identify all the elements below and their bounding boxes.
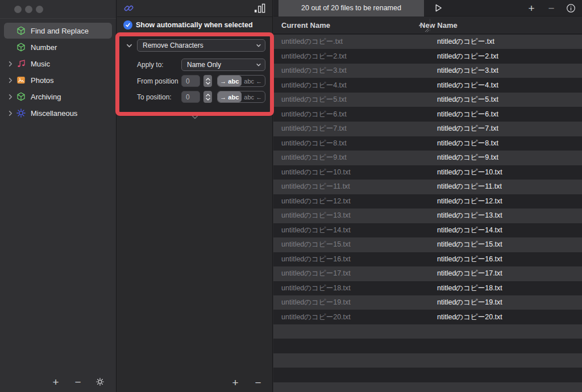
run-rename-play-button[interactable]	[433, 3, 443, 13]
to-position-label: To position:	[137, 93, 181, 101]
sidebar-item-archiving[interactable]: Archiving	[4, 89, 112, 105]
table-row[interactable]: untitledのコピー10.txt ntitledのコピー10.txt	[273, 165, 582, 180]
chevron-right-icon[interactable]	[6, 78, 14, 83]
new-name-cell: ntitledのコピー7.txt	[429, 124, 498, 134]
table-row[interactable]: untitledのコピー14.txt ntitledのコピー14.txt	[273, 223, 582, 238]
direction-forward-segment[interactable]: → abc	[218, 76, 242, 86]
table-row[interactable]: untitledのコピー12.txt ntitledのコピー12.txt	[273, 194, 582, 209]
current-name-cell: untitledのコピー6.txt	[273, 110, 429, 119]
show-automatically-checkbox[interactable]	[123, 20, 132, 30]
zoom-button[interactable]	[36, 6, 43, 13]
sidebar-item-photos[interactable]: Photos	[4, 72, 112, 88]
from-position-input[interactable]	[181, 75, 200, 87]
new-name-cell: ntitledのコピー9.txt	[429, 153, 498, 162]
apply-to-select[interactable]: Name Only	[181, 59, 265, 71]
table-row[interactable]: untitledのコピー2.txt ntitledのコピー2.txt	[273, 49, 582, 64]
rename-preview-panel: 20 out of 20 files to be renamed + − Cur…	[273, 0, 582, 392]
table-row[interactable]: untitledのコピー15.txt ntitledのコピー15.txt	[273, 237, 582, 252]
table-row[interactable]: untitledのコピー20.txt ntitledのコピー20.txt	[273, 310, 582, 325]
statistics-chart-icon[interactable]	[254, 3, 265, 13]
status-badge: 20 out of 20 files to be renamed	[278, 0, 424, 16]
new-name-cell: ntitledのコピー12.txt	[429, 197, 502, 206]
from-position-stepper[interactable]	[203, 75, 212, 87]
current-name-cell: untitledのコピー14.txt	[273, 226, 429, 235]
column-divider[interactable]	[430, 19, 430, 31]
from-direction-segmented: → abc abc ←	[217, 75, 265, 87]
info-icon[interactable]	[566, 3, 576, 13]
current-name-cell: untitledのコピー3.txt	[273, 66, 429, 76]
action-type-select[interactable]: Remove Characters	[137, 39, 265, 52]
current-name-cell: untitledのコピー12.txt	[273, 197, 429, 206]
current-name-cell: untitledのコピー19.txt	[273, 298, 429, 307]
from-position-label: From position	[137, 77, 181, 85]
sidebar-item-label: Find and Replace	[31, 27, 89, 35]
new-name-cell: ntitledのコピー16.txt	[429, 255, 502, 264]
table-row[interactable]: untitledのコピー18.txt ntitledのコピー18.txt	[273, 281, 582, 296]
file-preview-table[interactable]: untitledのコピー.txt ntitledのコピー.txt untitle…	[273, 35, 582, 392]
new-name-cell: ntitledのコピー5.txt	[429, 95, 498, 105]
action-panel-footer: + −	[117, 373, 272, 392]
new-name-cell: ntitledのコピー14.txt	[429, 226, 502, 235]
table-row[interactable]: untitledのコピー7.txt ntitledのコピー7.txt	[273, 122, 582, 136]
column-header-current-name[interactable]: Current Name	[273, 21, 412, 30]
table-row[interactable]: untitledのコピー4.txt ntitledのコピー4.txt	[273, 78, 582, 93]
current-name-cell: untitledのコピー4.txt	[273, 81, 429, 90]
table-row[interactable]: untitledのコピー6.txt ntitledのコピー6.txt	[273, 107, 582, 122]
to-position-stepper[interactable]	[203, 91, 212, 103]
table-row[interactable]: untitledのコピー13.txt ntitledのコピー13.txt	[273, 208, 582, 223]
sidebar-item-find-and-replace[interactable]: Find and Replace	[4, 23, 112, 39]
sort-ascending-icon	[418, 22, 425, 28]
new-name-cell: ntitledのコピー15.txt	[429, 240, 502, 249]
stepper-up-icon	[206, 94, 210, 97]
new-name-cell: ntitledのコピー2.txt	[429, 52, 498, 61]
new-name-cell: ntitledのコピー.txt	[429, 37, 494, 47]
collapsed-section-handle[interactable]	[192, 115, 198, 119]
current-name-cell: untitledのコピー15.txt	[273, 240, 429, 249]
minimize-button[interactable]	[25, 6, 32, 13]
table-row[interactable]: untitledのコピー19.txt ntitledのコピー19.txt	[273, 295, 582, 310]
sidebar-item-miscellaneous[interactable]: Miscellaneous	[4, 105, 112, 121]
add-step-button[interactable]: +	[230, 377, 240, 387]
new-name-cell: ntitledのコピー20.txt	[429, 312, 502, 322]
close-button[interactable]	[14, 6, 22, 13]
action-settings-panel: Show automatically when selected Remove …	[117, 0, 273, 392]
table-row[interactable]: untitledのコピー16.txt ntitledのコピー16.txt	[273, 252, 582, 267]
table-row[interactable]: untitledのコピー17.txt ntitledのコピー17.txt	[273, 266, 582, 281]
chevron-right-icon[interactable]	[6, 61, 14, 66]
preview-toolbar: 20 out of 20 files to be renamed + −	[273, 0, 582, 16]
link-icon[interactable]	[123, 3, 134, 14]
new-name-cell: ntitledのコピー3.txt	[429, 66, 498, 76]
to-position-input[interactable]	[181, 91, 200, 103]
settings-gear-icon[interactable]	[95, 377, 105, 387]
apply-to-value: Name Only	[187, 61, 221, 69]
sidebar: Find and Replace Number Music	[0, 0, 117, 392]
table-row[interactable]: untitledのコピー9.txt ntitledのコピー9.txt	[273, 151, 582, 165]
column-resize-grip[interactable]	[425, 28, 429, 32]
add-files-button[interactable]: +	[526, 3, 537, 13]
add-action-button[interactable]: +	[51, 377, 61, 387]
direction-backward-segment[interactable]: abc ←	[242, 76, 265, 86]
table-row[interactable]: untitledのコピー3.txt ntitledのコピー3.txt	[273, 64, 582, 78]
remove-files-button[interactable]: −	[546, 3, 556, 13]
chevron-right-icon[interactable]	[6, 111, 14, 116]
stepper-down-icon	[206, 82, 210, 85]
direction-forward-segment[interactable]: → abc	[218, 91, 242, 102]
table-row[interactable]: untitledのコピー.txt ntitledのコピー.txt	[273, 35, 582, 49]
chevron-right-icon[interactable]	[6, 94, 14, 99]
direction-backward-segment[interactable]: abc ←	[242, 91, 265, 102]
current-name-cell: untitledのコピー2.txt	[273, 52, 429, 61]
disclosure-chevron-icon[interactable]	[124, 43, 134, 49]
sidebar-item-number[interactable]: Number	[4, 39, 112, 55]
table-header: Current Name New Name	[273, 16, 582, 34]
current-name-cell: untitledのコピー18.txt	[273, 283, 429, 293]
remove-action-button[interactable]: −	[73, 377, 83, 387]
sidebar-item-music[interactable]: Music	[4, 56, 112, 72]
cube-icon	[15, 25, 27, 36]
window-titlebar	[0, 0, 116, 19]
table-row[interactable]: untitledのコピー11.txt ntitledのコピー11.txt	[273, 180, 582, 194]
current-name-cell: untitledのコピー8.txt	[273, 139, 429, 148]
table-row[interactable]: untitledのコピー5.txt ntitledのコピー5.txt	[273, 93, 582, 107]
remove-step-button[interactable]: −	[253, 377, 263, 387]
table-row[interactable]: untitledのコピー8.txt ntitledのコピー8.txt	[273, 136, 582, 151]
current-name-cell: untitledのコピー9.txt	[273, 153, 429, 162]
